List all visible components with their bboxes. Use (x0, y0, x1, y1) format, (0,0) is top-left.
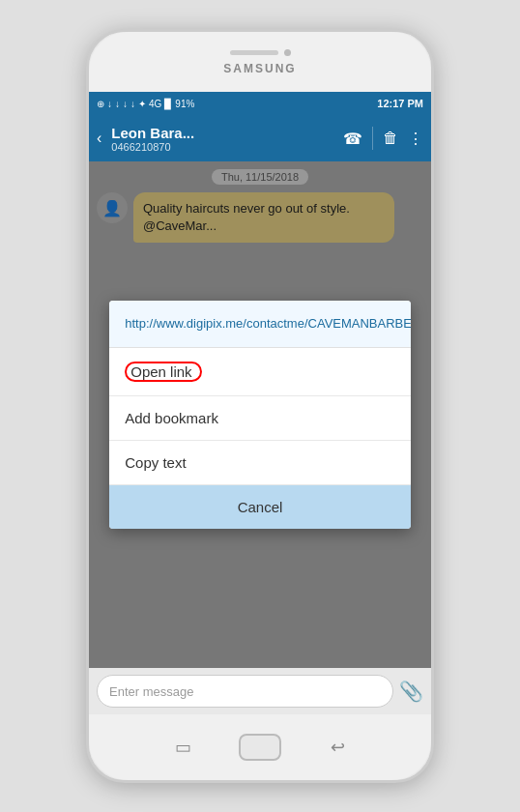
dialog-url-text: http://www.digipix.me/contactme/CAVEMANB… (125, 316, 411, 331)
download-icon-3: ↓ (123, 99, 128, 109)
open-link-label: Open link (130, 363, 191, 380)
top-bezel: SAMSUNG (89, 32, 431, 92)
clock: 12:17 PM (377, 98, 423, 109)
more-icon[interactable]: ⋮ (408, 130, 423, 148)
back-button[interactable]: ‹ (97, 130, 101, 147)
bluetooth-icon: ✦ (138, 99, 146, 109)
open-link-circle: Open link (125, 362, 201, 382)
sensors-row (230, 49, 291, 56)
speaker (230, 50, 278, 55)
signal-icon: ▉ (164, 99, 172, 109)
cancel-label: Cancel (238, 499, 283, 515)
message-area: Thu, 11/15/2018 👤 Quality haircuts never… (89, 161, 431, 668)
recents-icon: ▭ (175, 737, 191, 758)
battery-level: 91% (175, 99, 194, 109)
status-right: 12:17 PM (377, 98, 423, 109)
download-icon-2: ↓ (115, 99, 120, 109)
bottom-bezel: ▭ ↩ (89, 714, 431, 780)
contact-info: Leon Bara... 0466210870 (111, 125, 337, 153)
message-placeholder: Enter message (109, 684, 193, 699)
download-icon-1: ↓ (107, 99, 112, 109)
input-bar: Enter message 📎 (89, 668, 431, 714)
contact-phone: 0466210870 (111, 141, 337, 153)
status-left: ⊕ ↓ ↓ ↓ ↓ ✦ 4G ▉ 91% (97, 99, 194, 109)
trash-icon[interactable]: 🗑 (383, 130, 398, 147)
download-icon-4: ↓ (130, 99, 135, 109)
back-nav-button[interactable]: ↩ (320, 736, 355, 759)
phone-icon[interactable]: ☎ (343, 130, 362, 148)
add-bookmark-item[interactable]: Add bookmark (109, 396, 411, 441)
action-divider (372, 127, 373, 150)
home-button[interactable] (239, 734, 281, 761)
recents-button[interactable]: ▭ (165, 736, 200, 759)
camera (284, 49, 291, 56)
brand-label: SAMSUNG (223, 62, 296, 75)
message-input[interactable]: Enter message (97, 675, 393, 708)
open-link-item[interactable]: Open link (109, 348, 411, 396)
context-menu-dialog: http://www.digipix.me/contactme/CAVEMANB… (109, 301, 411, 529)
status-bar: ⊕ ↓ ↓ ↓ ↓ ✦ 4G ▉ 91% 12:17 PM (89, 92, 431, 115)
copy-text-item[interactable]: Copy text (109, 441, 411, 485)
screen: ⊕ ↓ ↓ ↓ ↓ ✦ 4G ▉ 91% 12:17 PM ‹ Leon Bar… (89, 92, 431, 714)
action-icons: ☎ 🗑 ⋮ (343, 127, 423, 150)
add-bookmark-label: Add bookmark (125, 410, 218, 426)
notification-icon: ⊕ (97, 99, 104, 109)
action-bar: ‹ Leon Bara... 0466210870 ☎ 🗑 ⋮ (89, 115, 431, 161)
back-nav-icon: ↩ (331, 737, 345, 758)
cancel-button[interactable]: Cancel (109, 485, 411, 529)
dialog-url-row: http://www.digipix.me/contactme/CAVEMANB… (109, 301, 411, 348)
contact-name: Leon Bara... (111, 125, 337, 141)
dialog-overlay: http://www.digipix.me/contactme/CAVEMANB… (89, 161, 431, 668)
4g-icon: 4G (149, 99, 161, 109)
copy-text-label: Copy text (125, 454, 186, 471)
phone-device: SAMSUNG ⊕ ↓ ↓ ↓ ↓ ✦ 4G ▉ 91% 12:17 PM ‹ (86, 29, 434, 783)
attach-icon[interactable]: 📎 (399, 680, 423, 703)
